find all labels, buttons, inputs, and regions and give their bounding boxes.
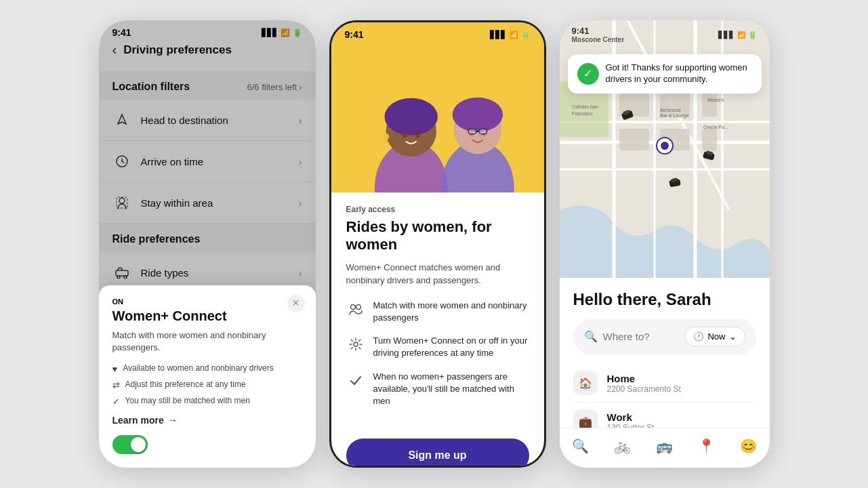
women-connect-toggle[interactable] bbox=[112, 435, 148, 454]
arrow-icon: → bbox=[168, 415, 178, 426]
time-pill[interactable]: 🕐 Now ⌄ bbox=[684, 327, 745, 346]
svg-point-45 bbox=[661, 142, 669, 150]
svg-text:Momo's: Momo's bbox=[707, 98, 724, 102]
svg-rect-38 bbox=[619, 129, 649, 150]
svg-point-13 bbox=[402, 131, 407, 138]
heart-icon: ♥ bbox=[112, 364, 118, 374]
status-icons-2: ▋▋▋📶🔋 bbox=[490, 30, 531, 39]
search-icon: 🔍 bbox=[584, 330, 598, 343]
settings-icon bbox=[346, 335, 365, 354]
feature-content: Early access Rides by women, for women W… bbox=[331, 192, 544, 430]
match-icon bbox=[346, 300, 365, 319]
bottom-nav: 🔍 🚲 🚌 📍 😊 bbox=[560, 428, 770, 468]
svg-text:Caltrain-San: Caltrain-San bbox=[572, 104, 598, 109]
feature-item-1: Match with more women and nonbinary pass… bbox=[346, 300, 529, 324]
feature-text-2: Turn Women+ Connect on or off in your dr… bbox=[373, 335, 529, 359]
bullet-1: ♥ Available to women and nonbinary drive… bbox=[112, 363, 302, 374]
checkmark-icon bbox=[346, 371, 365, 390]
nav-pin[interactable]: 📍 bbox=[692, 435, 722, 457]
chevron-down-icon: ⌄ bbox=[729, 331, 737, 342]
svg-point-16 bbox=[384, 140, 388, 144]
svg-point-14 bbox=[415, 131, 420, 138]
women-connect-sheet: × ON Women+ Connect Match with more wome… bbox=[99, 285, 316, 468]
svg-point-27 bbox=[354, 342, 358, 346]
sign-me-up-button[interactable]: Sign me up bbox=[346, 439, 529, 468]
phone-3: 9:41 Moscone Center ▋▋▋📶🔋 bbox=[560, 20, 770, 468]
svg-rect-22 bbox=[468, 129, 476, 134]
search-row[interactable]: 🔍 Where to? 🕐 Now ⌄ bbox=[573, 319, 756, 354]
dest-name: Home bbox=[607, 373, 681, 384]
feature-text-1: Match with more women and nonbinary pass… bbox=[373, 300, 529, 324]
time-label: Now bbox=[707, 331, 725, 342]
toggle-knob bbox=[131, 437, 146, 452]
svg-point-25 bbox=[350, 304, 355, 309]
nav-search[interactable]: 🔍 bbox=[566, 435, 596, 457]
dest-name: Work bbox=[607, 411, 655, 423]
greeting: Hello there, Sarah bbox=[573, 290, 756, 309]
svg-point-12 bbox=[384, 98, 438, 136]
success-icon: ✓ bbox=[577, 63, 599, 85]
on-label: ON bbox=[112, 298, 302, 306]
learn-more-link[interactable]: Learn more → bbox=[112, 415, 302, 426]
feature-text-3: When no women+ passengers are available,… bbox=[373, 371, 529, 408]
search-placeholder: Where to? bbox=[603, 331, 680, 342]
sheet-title: Women+ Connect bbox=[112, 308, 302, 324]
status-time-2: 9:41 bbox=[345, 29, 364, 40]
nav-profile[interactable]: 😊 bbox=[734, 435, 764, 457]
bullet-3: ✓ You may still be matched with men bbox=[112, 396, 302, 407]
bullet-2: ⇄ Adjust this preference at any time bbox=[112, 380, 302, 390]
clock-icon: 🕐 bbox=[693, 331, 704, 342]
close-button[interactable]: × bbox=[287, 295, 305, 312]
svg-text:Bar & Lounge: Bar & Lounge bbox=[660, 113, 689, 119]
action-buttons: Sign me up No thanks bbox=[331, 430, 544, 468]
map-section: 9:41 Moscone Center ▋▋▋📶🔋 bbox=[560, 20, 770, 278]
svg-rect-42 bbox=[702, 129, 717, 150]
feature-item-2: Turn Women+ Connect on or off in your dr… bbox=[346, 335, 529, 359]
location-label: Moscone Center bbox=[572, 36, 625, 43]
svg-text:Francisco: Francisco bbox=[572, 111, 592, 116]
home-icon: 🏠 bbox=[573, 371, 598, 395]
toast-text: Got it! Thanks for supporting women driv… bbox=[606, 62, 752, 85]
svg-rect-23 bbox=[478, 129, 487, 134]
early-access-label: Early access bbox=[346, 205, 529, 214]
sheet-desc: Match with more women and nonbinary pass… bbox=[112, 329, 302, 354]
status-icons-3: ▋▋▋📶🔋 bbox=[718, 30, 758, 39]
feature-title: Rides by women, for women bbox=[346, 218, 529, 254]
feature-item-3: When no women+ passengers are available,… bbox=[346, 371, 529, 408]
svg-point-26 bbox=[356, 304, 360, 309]
destination-home[interactable]: 🏠 Home 2200 Sacramento St bbox=[573, 364, 756, 403]
phone-1: 9:41 ▋▋▋📶🔋 ‹ Driving preferences Locatio… bbox=[99, 20, 316, 468]
phone-2: 9:41 ▋▋▋📶🔋 bbox=[329, 20, 546, 468]
feature-desc: Women+ Connect matches women and nonbina… bbox=[346, 261, 529, 287]
dest-address: 2200 Sacramento St bbox=[607, 384, 681, 394]
nav-bike[interactable]: 🚲 bbox=[608, 435, 638, 457]
hero-section bbox=[331, 43, 544, 192]
status-time-3: 9:41 bbox=[572, 26, 625, 36]
svg-text:Oracle Pa...: Oracle Pa... bbox=[703, 125, 728, 129]
svg-point-15 bbox=[382, 134, 389, 140]
success-toast: ✓ Got it! Thanks for supporting women dr… bbox=[568, 54, 762, 94]
nav-transit[interactable]: 🚌 bbox=[650, 435, 680, 457]
toggle-row bbox=[112, 435, 302, 454]
check-icon: ✓ bbox=[112, 396, 120, 407]
adjust-icon: ⇄ bbox=[112, 380, 120, 390]
svg-text:Alchemist: Alchemist bbox=[660, 108, 680, 113]
